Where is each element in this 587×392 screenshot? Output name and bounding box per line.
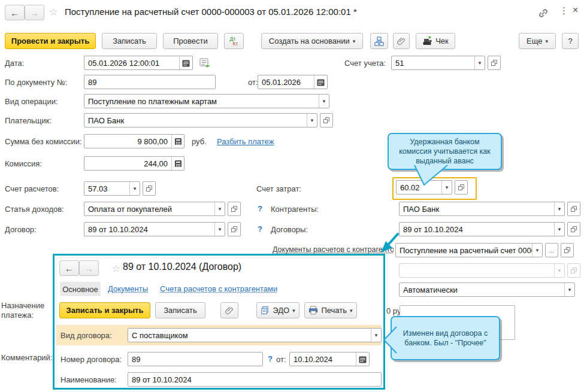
settlement-account-label: Счет расчетов: [5, 184, 59, 193]
contract-number-label: Номер договора: [60, 355, 122, 364]
settlement-account-combo[interactable]: 57.03 ▾ [84, 181, 140, 196]
window-menu-icon[interactable]: ⋮ [559, 5, 568, 16]
date-value: 05.01.2026 12:00:01 [84, 56, 179, 69]
accounting-account-open-button[interactable] [488, 56, 501, 70]
accounting-account-combo[interactable]: 51 ▾ [391, 56, 485, 70]
split-payment-link[interactable]: Разбить платеж [217, 137, 274, 146]
contract-combo[interactable]: 89 от 10.10.2024 ▾ [84, 222, 225, 236]
dialog-attachments-button[interactable] [220, 302, 238, 318]
calendar-icon[interactable] [314, 75, 327, 89]
settlement-account-open-button[interactable] [143, 181, 156, 196]
commission-label: Комиссия: [5, 159, 42, 168]
contract-name-input[interactable]: 89 от 10.10.2024 [128, 372, 382, 387]
calendar-icon[interactable] [356, 353, 369, 366]
contract-number-input[interactable]: 89 [128, 352, 263, 366]
check-button[interactable]: Чек [416, 33, 455, 49]
doc-no-input[interactable]: 89 [84, 75, 216, 89]
chevron-down-icon[interactable]: ▾ [554, 202, 564, 215]
post-and-close-label: Провести и закрыть [11, 37, 89, 45]
tab-settlement-accounts[interactable]: Счета расчетов с контрагентами [160, 284, 277, 293]
income-item-open-button[interactable] [228, 202, 241, 216]
chevron-down-icon[interactable]: ▾ [532, 244, 542, 257]
paperclip-icon [397, 37, 406, 45]
calculator-icon[interactable] [171, 135, 184, 148]
chevron-down-icon[interactable]: ▾ [554, 223, 564, 236]
dialog-print-button[interactable]: Печать ▾ [304, 302, 357, 318]
post-and-close-button[interactable]: Провести и закрыть [5, 33, 96, 49]
doc-from-date-input[interactable]: 05.01.2026 [258, 75, 328, 89]
dialog-back-button[interactable]: ← [59, 260, 79, 276]
cost-account-label: Счет затрат: [256, 184, 301, 193]
forward-button[interactable]: → [25, 5, 44, 20]
check-label: Чек [435, 37, 449, 45]
calendar-icon[interactable] [179, 56, 192, 69]
dialog-favorite-star-icon[interactable]: ☆ [112, 263, 120, 274]
create-on-base-button[interactable]: Создать на основании ▾ [261, 33, 363, 49]
post-button[interactable]: Провести [163, 33, 218, 49]
show-postings-icon[interactable] [199, 57, 211, 69]
more-button[interactable]: Еще ▾ [519, 33, 556, 49]
dt-kt-button[interactable]: Дт Кт [224, 33, 244, 49]
attachments-button[interactable] [393, 33, 410, 49]
settlement-docs-open-button[interactable] [561, 243, 574, 257]
favorite-star-icon[interactable]: ☆ [49, 6, 58, 17]
dialog-save-button[interactable]: Записать [155, 302, 205, 318]
dialog-save-and-close-button[interactable]: Записать и закрыть [59, 302, 150, 318]
chevron-down-icon[interactable]: ▾ [307, 114, 317, 127]
structure-button[interactable] [370, 33, 388, 49]
payer-label: Плательщик: [5, 116, 52, 125]
help-button[interactable]: ? [562, 33, 579, 49]
chevron-down-icon[interactable]: ▾ [474, 56, 485, 69]
printer-icon [308, 306, 318, 315]
tab-documents[interactable]: Документы [108, 284, 148, 293]
chevron-down-icon[interactable]: ▾ [129, 182, 140, 195]
chevron-down-icon[interactable]: ▾ [441, 181, 452, 194]
contract-number-help-icon[interactable]: ? [268, 354, 273, 363]
chevron-down-icon[interactable]: ▾ [564, 283, 574, 296]
settlement-docs-label[interactable]: Документы расчетов с контрагентом: [273, 245, 394, 254]
commission-callout-line3: выданный аванс [416, 156, 474, 166]
save-button[interactable]: Записать [102, 33, 157, 49]
doc-from-date-value: 05.01.2026 [258, 75, 314, 89]
tab-main[interactable]: Основное [60, 282, 101, 296]
contract-from-date-input[interactable]: 10.10.2024 [289, 352, 370, 366]
payer-open-button[interactable] [320, 113, 333, 127]
amount-input[interactable]: 9 800,00 [84, 134, 184, 148]
contract-kind-value: С поставщиком [128, 329, 371, 342]
income-item-help-icon[interactable]: ? [258, 204, 262, 213]
income-item-combo[interactable]: Оплата от покупателей ▾ [84, 202, 225, 216]
chevron-down-icon: ▾ [554, 264, 564, 277]
counterparties-combo[interactable]: ПАО Банк ▾ [399, 202, 565, 216]
settlement-docs-more-button[interactable]: ... [545, 243, 558, 257]
cost-account-open-button[interactable] [455, 180, 468, 195]
settlement-docs-combo[interactable]: Поступление на расчетный счет 0000 ▾ [395, 243, 543, 257]
commission-callout-line2: комиссия учитывается как [399, 147, 491, 156]
operation-combo[interactable]: Поступление по платежным картам ▾ [84, 94, 329, 108]
commission-callout-line1: Удержанная банком [410, 137, 479, 147]
chevron-down-icon[interactable]: ▾ [214, 223, 225, 236]
close-icon[interactable]: × [573, 5, 578, 16]
contract-kind-combo[interactable]: С поставщиком ▾ [128, 328, 382, 342]
post-label: Провести [173, 37, 208, 45]
chevron-down-icon[interactable]: ▾ [319, 95, 329, 108]
contract-open-button[interactable] [228, 222, 241, 236]
payer-value: ПАО Банк [84, 114, 307, 127]
calculator-icon[interactable] [171, 157, 184, 170]
cost-account-combo[interactable]: 60.02 ▾ [396, 180, 452, 195]
back-button[interactable]: ← [5, 5, 25, 20]
dialog-edo-button[interactable]: ЭДО ▾ [256, 302, 299, 318]
contracts-combo[interactable]: 89 от 10.10.2024 ▾ [399, 222, 565, 236]
amount-label: Сумма без комиссии: [5, 137, 82, 146]
contracts-open-button[interactable] [567, 222, 580, 236]
dialog-forward-button[interactable]: → [79, 260, 99, 276]
chevron-down-icon[interactable]: ▾ [214, 202, 225, 215]
repayment-combo[interactable]: Автоматически ▾ [399, 282, 575, 297]
date-input[interactable]: 05.01.2026 12:00:01 [84, 56, 193, 70]
chevron-down-icon[interactable]: ▾ [371, 329, 381, 342]
contract-help-icon[interactable]: ? [258, 224, 262, 233]
get-link-icon[interactable] [538, 8, 549, 19]
commission-input[interactable]: 244,00 [84, 156, 184, 171]
counterparties-open-button[interactable] [567, 202, 580, 216]
payer-combo[interactable]: ПАО Банк ▾ [84, 113, 317, 127]
contract-kind-label: Вид договора: [60, 331, 112, 340]
